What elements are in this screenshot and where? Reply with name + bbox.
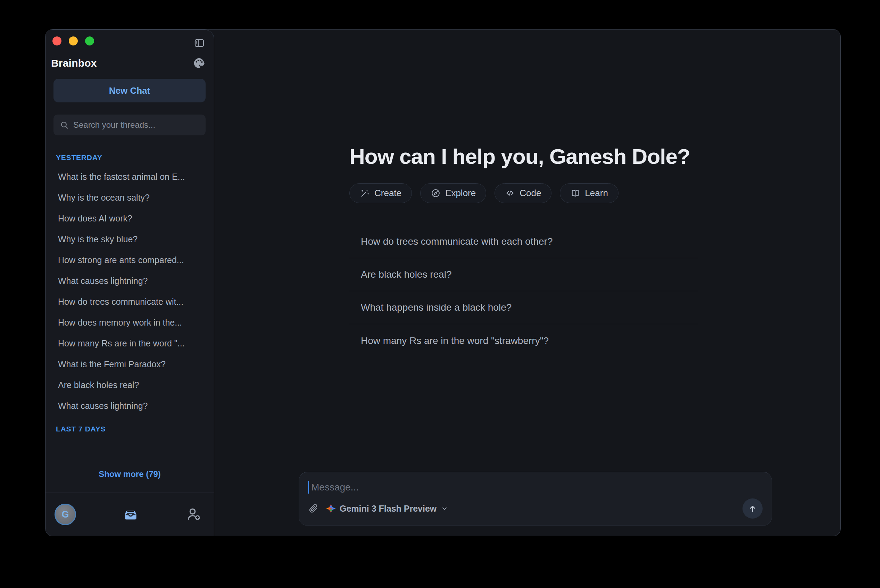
thread-list-item[interactable]: How many Rs are in the word "... xyxy=(45,333,214,354)
gemini-sparkle-icon xyxy=(326,504,336,513)
thread-list-item[interactable]: What is the fastest animal on E... xyxy=(45,166,214,187)
message-composer[interactable]: Message... xyxy=(299,472,772,526)
thread-list-item[interactable]: What causes lightning? xyxy=(45,395,214,416)
learn-button[interactable]: Learn xyxy=(560,183,619,203)
window-controls xyxy=(53,36,94,45)
thread-list-item[interactable]: How does AI work? xyxy=(45,208,214,229)
section-header-yesterday: YESTERDAY xyxy=(56,153,102,162)
new-chat-label: New Chat xyxy=(109,86,150,96)
minimize-window-button[interactable] xyxy=(69,36,78,45)
search-input[interactable]: Search your threads... xyxy=(54,114,206,135)
suggestion-item[interactable]: How many Rs are in the word "strawberry"… xyxy=(349,324,698,357)
thread-list-item[interactable]: Why is the ocean salty? xyxy=(45,187,214,208)
suggestion-item[interactable]: How do trees communicate with each other… xyxy=(349,225,698,258)
wand-sparkles-icon xyxy=(360,188,370,198)
thread-list-item[interactable]: What is the Fermi Paradox? xyxy=(45,354,214,375)
message-input[interactable]: Message... xyxy=(308,481,359,494)
sidebar: Brainbox New Chat Search xyxy=(45,30,214,536)
main-area: How can I help you, Ganesh Dole? Create xyxy=(214,30,840,536)
arrow-up-icon xyxy=(747,503,758,514)
new-chat-button[interactable]: New Chat xyxy=(54,79,206,102)
add-person-icon[interactable] xyxy=(185,506,203,524)
sidebar-footer: G xyxy=(45,492,214,536)
create-label: Create xyxy=(374,188,401,198)
thread-list-item[interactable]: What causes lightning? xyxy=(45,270,214,291)
code-label: Code xyxy=(520,188,541,198)
text-caret xyxy=(308,481,309,494)
paperclip-icon[interactable] xyxy=(308,501,322,516)
chevron-down-icon xyxy=(440,504,449,513)
user-avatar[interactable]: G xyxy=(54,504,76,525)
section-header-last7days: LAST 7 DAYS xyxy=(56,425,105,433)
code-button[interactable]: Code xyxy=(494,183,551,203)
suggestion-list: How do trees communicate with each other… xyxy=(349,225,698,357)
send-button[interactable] xyxy=(742,498,763,519)
code-icon xyxy=(505,188,515,198)
message-placeholder: Message... xyxy=(311,482,359,493)
learn-label: Learn xyxy=(585,188,608,198)
thread-list-item[interactable]: Why is the sky blue? xyxy=(45,229,214,250)
app-title: Brainbox xyxy=(51,57,97,69)
action-pills: Create Explore xyxy=(349,183,619,203)
compass-icon xyxy=(431,188,441,198)
thread-list-item[interactable]: How do trees communicate wit... xyxy=(45,291,214,312)
zoom-window-button[interactable] xyxy=(85,36,94,45)
suggestion-item[interactable]: What happens inside a black hole? xyxy=(349,291,698,324)
explore-button[interactable]: Explore xyxy=(420,183,486,203)
thread-list-item[interactable]: How strong are ants compared... xyxy=(45,250,214,270)
sidebar-toggle-icon[interactable] xyxy=(193,38,206,49)
greeting-heading: How can I help you, Ganesh Dole? xyxy=(349,144,701,169)
thread-list-item[interactable]: Are black holes real? xyxy=(45,375,214,395)
theme-palette-icon[interactable] xyxy=(193,57,205,69)
explore-label: Explore xyxy=(445,188,476,198)
search-icon xyxy=(60,120,69,130)
search-placeholder: Search your threads... xyxy=(73,120,155,130)
thread-list: What is the fastest animal on E... Why i… xyxy=(45,166,214,416)
archive-tray-icon[interactable] xyxy=(122,506,140,524)
model-label: Gemini 3 Flash Preview xyxy=(339,504,437,514)
create-button[interactable]: Create xyxy=(349,183,412,203)
model-selector[interactable]: Gemini 3 Flash Preview xyxy=(326,504,449,514)
show-more-button[interactable]: Show more (79) xyxy=(45,469,214,479)
suggestion-item[interactable]: Are black holes real? xyxy=(349,258,698,291)
book-icon xyxy=(570,188,580,198)
thread-list-item[interactable]: How does memory work in the... xyxy=(45,312,214,333)
app-window: Brainbox New Chat Search xyxy=(45,29,841,536)
close-window-button[interactable] xyxy=(53,36,62,45)
